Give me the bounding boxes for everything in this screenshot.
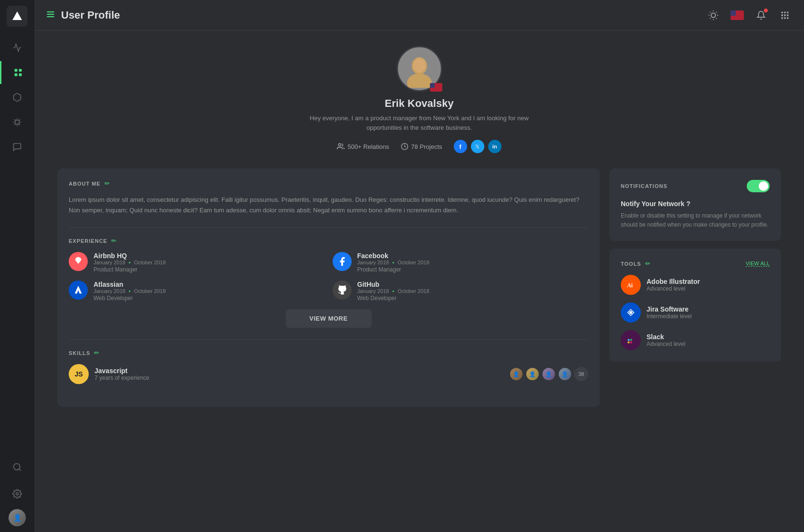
atlassian-role: Web Developer bbox=[94, 295, 325, 302]
svg-point-32 bbox=[413, 58, 426, 73]
tools-title-wrap: TOOLS ✏ bbox=[621, 260, 650, 267]
sidebar-item-grid[interactable] bbox=[0, 61, 34, 84]
sidebar-nav bbox=[0, 36, 34, 456]
svg-rect-0 bbox=[14, 69, 17, 72]
user-avatar[interactable]: 👤 bbox=[9, 509, 26, 526]
projects-stat: 78 Projects bbox=[401, 143, 442, 150]
facebook-logo bbox=[333, 252, 352, 271]
atlassian-logo bbox=[69, 281, 88, 300]
experience-item: Facebook January 2018 • October 2018 Pro… bbox=[333, 252, 589, 273]
ai-details: Adobe Illustrator Advanced level bbox=[647, 278, 700, 292]
airbnb-dates: January 2018 • October 2018 bbox=[94, 260, 325, 265]
apps-icon[interactable] bbox=[777, 8, 793, 23]
airbnb-role: Product Manager bbox=[94, 266, 325, 273]
social-links: f 𝕏 in bbox=[454, 140, 501, 153]
svg-rect-22 bbox=[787, 11, 788, 13]
skills-edit-icon[interactable]: ✏ bbox=[94, 349, 99, 356]
svg-point-7 bbox=[16, 493, 19, 495]
experience-item: Airbnb HQ January 2018 • October 2018 Pr… bbox=[69, 252, 325, 273]
jira-logo bbox=[621, 303, 641, 323]
menu-icon[interactable] bbox=[46, 10, 55, 21]
facebook-dates: January 2018 • October 2018 bbox=[357, 260, 589, 265]
github-logo bbox=[333, 281, 352, 300]
tool-item: Ai Adobe Illustrator Advanced level bbox=[621, 275, 770, 295]
sidebar: 👤 bbox=[0, 0, 34, 532]
facebook-company: Facebook bbox=[357, 252, 589, 260]
notification-icon[interactable] bbox=[753, 8, 769, 23]
svg-rect-26 bbox=[782, 17, 783, 19]
sidebar-item-settings[interactable] bbox=[9, 482, 26, 505]
svg-line-14 bbox=[710, 11, 710, 12]
notify-subtitle: Notify Your Network ? bbox=[621, 200, 770, 208]
svg-rect-3 bbox=[19, 73, 21, 76]
svg-rect-43 bbox=[628, 342, 630, 344]
svg-point-11 bbox=[711, 13, 715, 17]
experience-grid: Airbnb HQ January 2018 • October 2018 Pr… bbox=[69, 252, 588, 302]
ai-level: Advanced level bbox=[647, 285, 700, 292]
svg-point-35 bbox=[77, 259, 79, 261]
github-details: GitHub January 2018 • October 2018 Web D… bbox=[357, 281, 589, 302]
projects-text: 78 Projects bbox=[411, 143, 442, 150]
github-company: GitHub bbox=[357, 281, 589, 288]
skill-endorsers: 👤 👤 👤 👤 38 bbox=[509, 367, 588, 381]
notifications-card: NOTIFICATIONS Notify Your Network ? Enab… bbox=[609, 168, 781, 241]
experience-section: EXPERIENCE ✏ Airbnb HQ January 2018 • Oc… bbox=[69, 237, 588, 328]
sidebar-item-chat[interactable] bbox=[0, 136, 34, 158]
tool-item: Jira Software Intermediate level bbox=[621, 303, 770, 323]
sidebar-bottom: 👤 bbox=[9, 456, 26, 526]
svg-rect-2 bbox=[14, 73, 17, 76]
view-all-link[interactable]: VIEW ALL bbox=[746, 261, 770, 267]
about-label: ABOUT ME bbox=[69, 181, 101, 187]
slack-level: Advanced level bbox=[647, 341, 685, 347]
endorser-avatar: 👤 bbox=[509, 367, 523, 381]
about-edit-icon[interactable]: ✏ bbox=[104, 180, 110, 187]
atlassian-company: Atlassian bbox=[94, 281, 325, 288]
theme-icon[interactable] bbox=[706, 8, 721, 23]
sidebar-item-cube[interactable] bbox=[0, 86, 34, 109]
svg-rect-23 bbox=[782, 14, 783, 16]
slack-details: Slack Advanced level bbox=[647, 333, 685, 347]
sidebar-item-activity[interactable] bbox=[0, 36, 34, 59]
jira-name: Jira Software bbox=[647, 305, 692, 313]
skill-item: JS Javascript 7 years of experience 👤 👤 … bbox=[69, 364, 588, 384]
facebook-role: Product Manager bbox=[357, 266, 589, 273]
svg-rect-25 bbox=[787, 14, 788, 16]
svg-text:Ai: Ai bbox=[627, 283, 633, 289]
relations-stat: 500+ Relations bbox=[337, 143, 389, 150]
app-logo[interactable] bbox=[7, 6, 28, 27]
sidebar-item-chip[interactable] bbox=[0, 111, 34, 134]
endorser-count: 38 bbox=[574, 367, 588, 381]
airbnb-details: Airbnb HQ January 2018 • October 2018 Pr… bbox=[94, 252, 325, 273]
svg-rect-41 bbox=[628, 339, 630, 341]
svg-point-39 bbox=[629, 311, 633, 314]
svg-line-15 bbox=[716, 18, 717, 18]
svg-rect-42 bbox=[630, 339, 632, 341]
skill-experience: 7 years of experience bbox=[94, 375, 503, 381]
divider-2 bbox=[69, 339, 588, 340]
facebook-details: Facebook January 2018 • October 2018 Pro… bbox=[357, 252, 589, 273]
svg-rect-27 bbox=[784, 17, 785, 19]
header-actions bbox=[706, 8, 793, 23]
view-more-button[interactable]: VIEW MORE bbox=[286, 309, 372, 328]
profile-bio: Hey everyone, I am a product manager fro… bbox=[310, 114, 529, 132]
right-panel: NOTIFICATIONS Notify Your Network ? Enab… bbox=[609, 168, 781, 407]
facebook-button[interactable]: f bbox=[454, 140, 467, 153]
jira-details: Jira Software Intermediate level bbox=[647, 305, 692, 320]
notifications-label: NOTIFICATIONS bbox=[621, 183, 668, 189]
twitter-button[interactable]: 𝕏 bbox=[471, 140, 484, 153]
experience-item: Atlassian January 2018 • October 2018 We… bbox=[69, 281, 325, 302]
tools-edit-icon[interactable]: ✏ bbox=[645, 260, 650, 267]
svg-rect-20 bbox=[782, 11, 783, 13]
divider-1 bbox=[69, 227, 588, 228]
linkedin-button[interactable]: in bbox=[488, 140, 501, 153]
about-text: Lorem ipsum dolor sit amet, consectetur … bbox=[69, 195, 588, 216]
notifications-toggle[interactable] bbox=[747, 180, 770, 192]
tools-header: TOOLS ✏ VIEW ALL bbox=[621, 260, 770, 267]
airbnb-company: Airbnb HQ bbox=[94, 252, 325, 260]
svg-point-5 bbox=[14, 464, 20, 470]
flag-icon[interactable] bbox=[730, 8, 745, 23]
sidebar-item-search[interactable] bbox=[9, 456, 26, 479]
relations-text: 500+ Relations bbox=[347, 143, 389, 150]
tools-label: TOOLS bbox=[621, 261, 641, 267]
experience-edit-icon[interactable]: ✏ bbox=[111, 237, 116, 244]
